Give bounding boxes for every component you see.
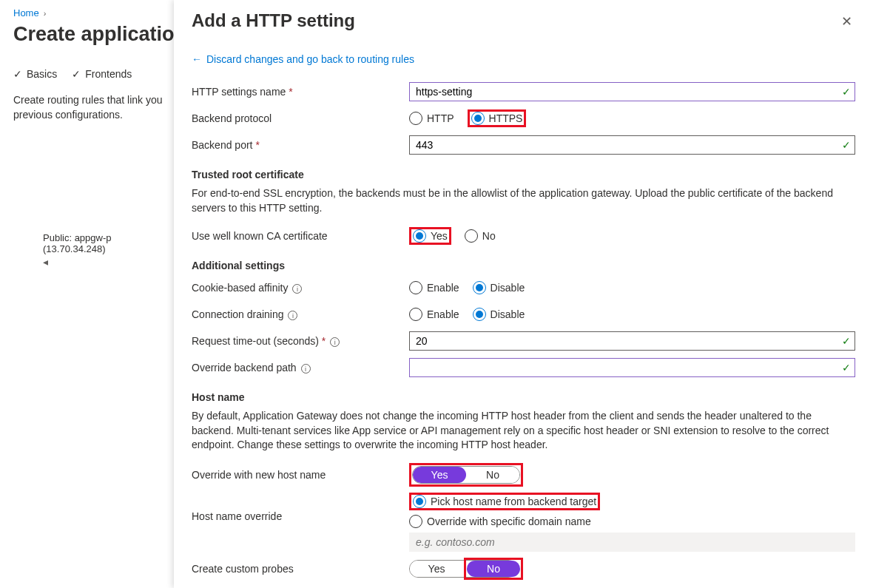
label-drain: Connection draining i: [192, 308, 409, 320]
pill-no[interactable]: No: [466, 467, 519, 483]
override-host-toggle[interactable]: Yes No: [412, 466, 520, 484]
label-host-override: Host name override: [192, 493, 409, 522]
radio-ca-yes[interactable]: Yes: [413, 229, 448, 243]
label-protocol: Backend protocol: [192, 112, 409, 124]
pill-probes-no[interactable]: No: [467, 561, 520, 577]
highlight-https: HTTPS: [468, 109, 527, 127]
highlight-probes-no: No: [464, 558, 523, 580]
highlight-ca-yes: Yes: [409, 227, 451, 245]
info-icon[interactable]: i: [301, 364, 311, 374]
radio-cookie-enable[interactable]: Enable: [409, 281, 459, 294]
http-setting-panel: Add a HTTP setting ✕ ← Discard changes a…: [174, 0, 873, 588]
label-cookie: Cookie-based affinity i: [192, 282, 409, 294]
hostname-text: By default, Application Gateway does not…: [192, 409, 855, 453]
radio-cookie-disable[interactable]: Disable: [473, 281, 525, 294]
trusted-heading: Trusted root certificate: [192, 169, 855, 180]
pill-yes[interactable]: Yes: [413, 467, 466, 483]
domain-name-input: [409, 533, 855, 552]
radio-https[interactable]: HTTPS: [471, 112, 523, 125]
label-timeout: Request time-out (seconds) * i: [192, 335, 409, 347]
label-name: HTTP settings name *: [192, 86, 409, 98]
info-icon[interactable]: i: [292, 284, 302, 294]
breadcrumb-home[interactable]: Home: [13, 7, 39, 18]
info-icon[interactable]: i: [330, 337, 340, 347]
radio-http[interactable]: HTTP: [409, 112, 454, 125]
label-ca: Use well known CA certificate: [192, 230, 409, 242]
panel-title: Add a HTTP setting: [192, 10, 355, 31]
highlight-override-yes: Yes No: [409, 463, 523, 487]
chevron-right-icon: ›: [44, 9, 47, 18]
radio-pick-host[interactable]: Pick host name from backend target: [413, 495, 596, 508]
label-custom-probes: Create custom probes: [192, 563, 409, 575]
override-path-input[interactable]: [409, 358, 855, 377]
discard-link[interactable]: ← Discard changes and go back to routing…: [192, 53, 855, 65]
close-icon[interactable]: ✕: [838, 10, 855, 33]
timeout-input[interactable]: [409, 331, 855, 351]
check-icon: ✓: [13, 68, 22, 80]
check-icon: ✓: [72, 68, 81, 80]
http-settings-name-input[interactable]: [409, 82, 855, 101]
arrow-left-icon: ←: [192, 53, 202, 65]
additional-heading: Additional settings: [192, 260, 855, 271]
tab-frontends[interactable]: ✓ Frontends: [72, 68, 132, 80]
label-override-path: Override backend path i: [192, 362, 409, 374]
label-override-host: Override with new host name: [192, 469, 409, 481]
trusted-text: For end-to-end SSL encryption, the backe…: [192, 186, 855, 215]
backend-port-input[interactable]: [409, 135, 855, 155]
radio-drain-enable[interactable]: Enable: [409, 308, 459, 321]
hostname-heading: Host name: [192, 391, 855, 403]
radio-specific-domain[interactable]: Override with specific domain name: [409, 515, 855, 528]
radio-drain-disable[interactable]: Disable: [473, 308, 525, 321]
info-icon[interactable]: i: [288, 311, 297, 320]
highlight-pick-host: Pick host name from backend target: [409, 493, 600, 510]
pill-probes-yes[interactable]: Yes: [410, 561, 463, 577]
tab-basics[interactable]: ✓ Basics: [13, 68, 57, 80]
radio-ca-no[interactable]: No: [465, 229, 496, 243]
label-port: Backend port *: [192, 139, 409, 151]
